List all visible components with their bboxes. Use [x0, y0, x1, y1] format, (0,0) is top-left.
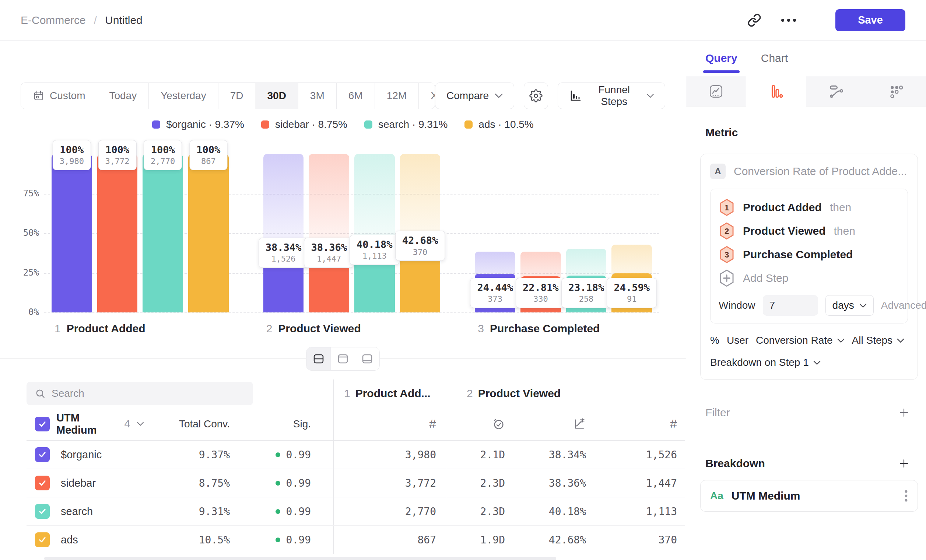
date-range-7d[interactable]: 7D	[218, 83, 256, 109]
bar-value-label: 38.34% 1,526	[259, 238, 309, 268]
bar-ads-step3[interactable]: 24.59% 91	[611, 154, 652, 312]
window-unit-select[interactable]: days	[825, 295, 874, 316]
conversion-bar	[188, 154, 229, 312]
breakdown-on-step-select[interactable]: Breakdown on Step 1	[710, 357, 908, 368]
funnel-chart: 75%50%25%0% 100% 3,980100% 3,772100% 2,7…	[21, 154, 659, 312]
share-link-button[interactable]	[747, 13, 761, 27]
tab-query[interactable]: Query	[705, 41, 737, 76]
conv-rate-column-icon[interactable]	[514, 407, 595, 440]
legend-swatch	[364, 121, 372, 129]
metric-title[interactable]: Conversion Rate of Product Adde...	[734, 165, 907, 177]
string-type-icon: Aa	[710, 490, 723, 502]
breakdown-item-menu-button[interactable]	[904, 489, 908, 503]
query-step-2[interactable]: 2 Product Viewed then	[719, 219, 899, 243]
bar-organic-step1[interactable]: 100% 3,980	[51, 154, 92, 312]
layout-split-button[interactable]	[306, 347, 331, 370]
add-breakdown-button[interactable]	[898, 457, 910, 469]
chart-type-flow[interactable]	[806, 76, 866, 106]
breakdown-property-card[interactable]: Aa UTM Medium	[700, 480, 918, 512]
date-range-6m[interactable]: 6M	[337, 83, 375, 109]
date-range-xtd[interactable]: XTD	[419, 83, 435, 109]
date-range-today[interactable]: Today	[97, 83, 149, 109]
window-value-input[interactable]	[763, 295, 818, 316]
layout-table-only-button[interactable]	[355, 347, 380, 370]
chevron-down-icon[interactable]	[137, 421, 144, 426]
legend-item-search[interactable]: search · 9.31%	[364, 119, 448, 130]
chart-type-insights[interactable]	[686, 76, 746, 106]
bar-count-label: 3,772	[105, 156, 129, 167]
tab-chart[interactable]: Chart	[761, 41, 788, 76]
row-checkbox[interactable]	[35, 532, 50, 547]
check-icon	[38, 478, 47, 488]
bar-organic-step2[interactable]: 38.34% 1,526	[263, 154, 304, 312]
row-checkbox[interactable]	[35, 504, 50, 519]
legend-item-ads[interactable]: ads · 10.5%	[465, 119, 533, 130]
chart-settings-button[interactable]	[524, 83, 548, 109]
count-column-icon[interactable]: #	[333, 407, 446, 440]
compare-button[interactable]: Compare	[435, 83, 514, 109]
query-step-3[interactable]: 3 Purchase Completed	[719, 243, 899, 266]
bar-ads-step2[interactable]: 42.68% 370	[400, 154, 440, 312]
check-icon	[38, 507, 47, 516]
table-step1-header[interactable]: 1 Product Add...	[333, 380, 446, 407]
avg-time-column-icon[interactable]	[446, 407, 514, 440]
steps-scope-select[interactable]: All Steps	[852, 334, 905, 346]
bar-search-step1[interactable]: 100% 2,770	[142, 154, 183, 312]
bar-organic-step3[interactable]: 24.44% 373	[475, 154, 515, 312]
date-range-12m[interactable]: 12M	[375, 83, 419, 109]
row-checkbox[interactable]	[35, 476, 50, 490]
horizontal-scrollbar[interactable]	[44, 557, 556, 560]
chart-type-funnel[interactable]	[746, 76, 806, 106]
chevron-down-icon	[859, 303, 867, 308]
y-axis-tick: 75%	[23, 188, 39, 198]
metric-section-heading: Metric	[705, 126, 926, 139]
insights-chart-icon	[708, 84, 724, 99]
bar-search-step3[interactable]: 23.18% 258	[566, 154, 607, 312]
measure-entity[interactable]: User	[727, 334, 749, 346]
sig-column-header[interactable]: Sig.	[239, 407, 321, 440]
table-step2-header[interactable]: 2 Product Viewed	[446, 380, 685, 407]
bar-sidebar-step1[interactable]: 100% 3,772	[97, 154, 138, 312]
query-step-1[interactable]: 1 Product Added then	[719, 196, 899, 219]
total-conv-value: 8.75%	[144, 469, 239, 497]
date-range-custom[interactable]: Custom	[21, 83, 97, 109]
breadcrumb-parent[interactable]: E-Commerce	[21, 14, 86, 27]
chart-type-tabs	[686, 76, 926, 106]
bar-count-label: 330	[523, 294, 559, 305]
date-range-yesterday[interactable]: Yesterday	[149, 83, 218, 109]
measurement-row: % User Conversion Rate All Steps	[710, 334, 908, 346]
legend-swatch	[465, 121, 472, 129]
bar-sidebar-step3[interactable]: 22.81% 330	[520, 154, 561, 312]
chart-type-retention[interactable]	[866, 76, 926, 106]
legend-item-organic[interactable]: $organic · 9.37%	[152, 119, 244, 130]
date-range-3m[interactable]: 3M	[298, 83, 337, 109]
add-filter-button[interactable]	[898, 407, 910, 419]
bar-sidebar-step2[interactable]: 38.36% 1,447	[309, 154, 349, 312]
step1-count-value: 3,772	[333, 469, 446, 497]
layout-chart-only-button[interactable]	[331, 347, 355, 370]
count-column-icon[interactable]: #	[595, 407, 685, 440]
total-conv-column-header[interactable]: Total Conv.	[144, 407, 239, 440]
group-column-label[interactable]: UTM Medium	[56, 412, 118, 436]
total-conv-value: 10.5%	[144, 526, 239, 554]
search-input[interactable]	[51, 387, 245, 400]
gridline	[44, 312, 659, 313]
query-panel: Query Chart	[686, 41, 926, 560]
svg-text:3: 3	[725, 250, 729, 259]
legend-item-sidebar[interactable]: sidebar · 8.75%	[261, 119, 347, 130]
measure-metric-select[interactable]: Conversion Rate	[756, 334, 844, 346]
bar-ads-step1[interactable]: 100% 867	[188, 154, 229, 312]
bar-count-label: 2,770	[151, 156, 175, 167]
chevron-down-icon	[837, 338, 844, 343]
add-step-button[interactable]: Add Step	[719, 266, 899, 290]
select-all-checkbox[interactable]	[35, 417, 50, 431]
more-options-button[interactable]	[781, 18, 797, 23]
bar-search-step2[interactable]: 40.18% 1,113	[354, 154, 395, 312]
save-button[interactable]: Save	[835, 9, 905, 31]
bar-value-label: 24.44% 373	[470, 278, 520, 308]
row-checkbox[interactable]	[35, 447, 50, 462]
breadcrumb-current[interactable]: Untitled	[105, 14, 142, 27]
advanced-toggle[interactable]: Advanced	[881, 300, 926, 311]
date-range-30d[interactable]: 30D	[255, 83, 298, 109]
chart-type-selector[interactable]: Funnel Steps	[558, 83, 665, 109]
